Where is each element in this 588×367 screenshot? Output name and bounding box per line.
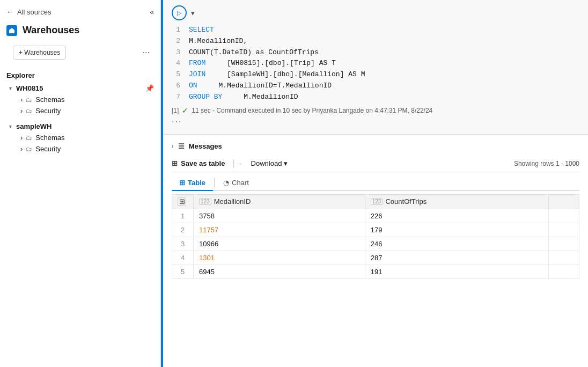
schemas-label: Schemas: [35, 96, 64, 104]
tab-divider: [214, 178, 215, 187]
divider: |→: [232, 159, 243, 168]
sidebar-top: ← All sources «: [0, 5, 160, 20]
folder-icon: 🗂: [26, 134, 32, 142]
row-num-cell: 4: [172, 251, 194, 265]
empty-cell: [548, 209, 579, 223]
samplewh-label: sampleWH: [16, 122, 52, 130]
code-line-2: 2 M.MedallionID,: [172, 36, 579, 47]
save-table-button[interactable]: ⊞ Save as table: [172, 159, 225, 167]
table-row: 211757179: [172, 223, 579, 237]
dropdown-arrow-icon[interactable]: ▾: [191, 9, 195, 17]
security-label-2: Security: [35, 145, 61, 153]
more-dots: ···: [163, 115, 588, 129]
empty-cell: [548, 223, 579, 237]
showing-rows-text: Showing rows 1 - 1000: [514, 160, 579, 167]
chart-icon: ◔: [223, 179, 229, 187]
message-icon: ☰: [178, 142, 185, 150]
warehouses-header: Warehouses: [0, 20, 160, 40]
back-link[interactable]: ← All sources: [6, 8, 52, 16]
tree-item-wh0815[interactable]: ▾ WH0815 📌: [0, 83, 160, 94]
tab-table[interactable]: ⊞ Table: [172, 175, 213, 191]
count-cell: 246: [365, 237, 548, 251]
security-label: Security: [35, 107, 61, 115]
count-cell: 179: [365, 223, 548, 237]
count-cell: 287: [365, 251, 548, 265]
row-num-cell: 2: [172, 223, 194, 237]
view-tabs: ⊞ Table ◔ Chart: [172, 175, 579, 191]
download-label: Download: [251, 159, 282, 167]
tree-child-wh0815-security[interactable]: › 🗂 Security: [0, 105, 160, 116]
sql-editor: ▷ ▾ 1 SELECT 2 M.MedallionID, 3 COUNT(T.…: [163, 0, 588, 135]
save-table-label: Save as table: [181, 159, 225, 167]
table-row: 310966246: [172, 237, 579, 251]
data-table: ⊞ 123 MedallionID 123 CountOfTrips: [172, 194, 579, 279]
messages-row: › ☰ Messages: [172, 140, 579, 156]
ellipsis-menu-button[interactable]: ···: [138, 46, 154, 60]
warehouses-title: Warehouses: [23, 25, 79, 36]
results-area: › ☰ Messages ⊞ Save as table |→ Download…: [163, 135, 588, 367]
svg-marker-1: [9, 28, 14, 30]
code-line-7: 7 GROUP BY M.MedallionID: [172, 92, 579, 103]
folder-icon: 🗂: [26, 145, 32, 153]
add-row: + Warehouses ···: [0, 40, 160, 65]
chevron-down-icon: ▾: [6, 123, 14, 129]
pin-icon: 📌: [145, 84, 154, 92]
tree-item-samplewh[interactable]: ▾ sampleWH: [0, 121, 160, 132]
back-arrow-icon: ←: [6, 8, 14, 16]
code-line-5: 5 JOIN [SampleWH].[dbo].[Medallion] AS M: [172, 69, 579, 80]
messages-label: Messages: [189, 142, 222, 150]
code-line-1: 1 SELECT: [172, 25, 579, 36]
download-button[interactable]: Download ▾: [251, 159, 288, 167]
tree-child-samplewh-schemas[interactable]: › 🗂 Schemas: [0, 132, 160, 143]
col-header-empty: [548, 194, 579, 209]
svg-rect-0: [9, 30, 14, 33]
row-num-cell: 5: [172, 265, 194, 278]
wh0815-label: WH0815: [16, 84, 43, 92]
col-header-medallionid: 123 MedallionID: [194, 194, 365, 209]
chevron-right-icon[interactable]: ›: [172, 143, 174, 149]
count-cell: 226: [365, 209, 548, 223]
chevron-right-icon: ›: [20, 145, 23, 153]
tab-chart[interactable]: ◔ Chart: [216, 175, 256, 191]
col-header-rownum: ⊞: [172, 194, 194, 209]
schemas-label-2: Schemas: [35, 134, 64, 142]
table-row: 56945191: [172, 265, 579, 278]
folder-icon: 🗂: [26, 96, 32, 104]
check-icon: ✓: [182, 106, 188, 115]
count-cell: 191: [365, 265, 548, 278]
dropdown-chevron-icon: ▾: [284, 159, 288, 167]
col-header-countoftrips: 123 CountOfTrips: [365, 194, 548, 209]
table-row: 41301287: [172, 251, 579, 265]
chevron-down-icon: ▾: [6, 85, 14, 91]
result-toolbar: ⊞ Save as table |→ Download ▾ Showing ro…: [172, 156, 579, 172]
folder-icon: 🗂: [26, 107, 32, 115]
editor-toolbar: ▷ ▾: [163, 5, 588, 25]
code-line-6: 6 ON M.MedallionID=T.MedallionID: [172, 80, 579, 92]
col-type-123: 123: [199, 198, 211, 205]
tree-child-wh0815-schemas[interactable]: › 🗂 Schemas: [0, 94, 160, 105]
chevron-right-icon: ›: [20, 107, 23, 115]
main-content: ▷ ▾ 1 SELECT 2 M.MedallionID, 3 COUNT(T.…: [163, 0, 588, 367]
code-block: 1 SELECT 2 M.MedallionID, 3 COUNT(T.Date…: [163, 25, 588, 103]
bracket-num: [1]: [172, 107, 179, 114]
explorer-heading: Explorer: [0, 65, 160, 83]
warehouse-icon: [6, 25, 17, 36]
empty-cell: [548, 265, 579, 278]
run-button[interactable]: ▷: [172, 5, 187, 20]
back-label: All sources: [17, 8, 52, 16]
tree-child-samplewh-security[interactable]: › 🗂 Security: [0, 143, 160, 155]
empty-cell: [548, 251, 579, 265]
col-grid-icon: ⊞: [178, 197, 186, 206]
medallion-cell: 1301: [194, 251, 365, 265]
collapse-button[interactable]: «: [150, 8, 154, 16]
add-warehouses-button[interactable]: + Warehouses: [13, 46, 66, 60]
col-type-123: 123: [371, 198, 383, 205]
table-grid-icon: ⊞: [172, 159, 178, 167]
exec-status: [1] ✓ 11 sec - Command executed in 10 se…: [163, 103, 588, 115]
medallion-cell: 3758: [194, 209, 365, 223]
medallion-cell: 10966: [194, 237, 365, 251]
table-row: 13758226: [172, 209, 579, 223]
tab-chart-label: Chart: [232, 179, 249, 187]
tab-table-label: Table: [188, 179, 205, 187]
row-num-cell: 3: [172, 237, 194, 251]
